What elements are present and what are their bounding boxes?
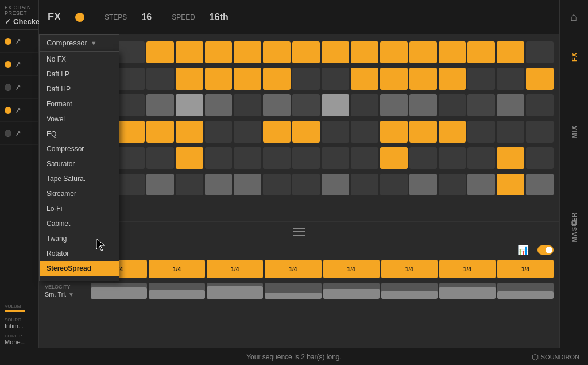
- cell[interactable]: [467, 147, 495, 169]
- cell[interactable]: [234, 94, 261, 116]
- cell[interactable]: [439, 41, 466, 63]
- seq-cell[interactable]: 1/4: [439, 260, 496, 278]
- cell[interactable]: [263, 68, 291, 90]
- cell[interactable]: [439, 68, 466, 90]
- cell[interactable]: [117, 121, 145, 143]
- cell[interactable]: [117, 68, 145, 90]
- cell[interactable]: [117, 41, 145, 63]
- cell[interactable]: [292, 174, 320, 195]
- seq-cell[interactable]: 1/4: [207, 260, 263, 278]
- cell[interactable]: [380, 174, 408, 195]
- cell[interactable]: [263, 41, 291, 63]
- tab-master[interactable]: ⚙ MASTER ⚙: [560, 201, 588, 247]
- cell[interactable]: [146, 68, 174, 90]
- dropdown-item-saturator[interactable]: Saturator: [40, 156, 119, 171]
- cell[interactable]: [380, 68, 408, 90]
- cell[interactable]: [380, 94, 408, 116]
- dropdown-item-twang[interactable]: Twang: [40, 231, 119, 246]
- cell[interactable]: [409, 41, 437, 63]
- cell[interactable]: [409, 174, 437, 195]
- cell[interactable]: [439, 174, 466, 195]
- cell[interactable]: [176, 121, 203, 143]
- cell[interactable]: [205, 68, 233, 90]
- dropdown-item-formant[interactable]: Formant: [40, 97, 119, 112]
- hamburger-menu[interactable]: [293, 228, 305, 236]
- dropdown-item-delay[interactable]: Delay: [40, 276, 119, 281]
- home-button[interactable]: ⌂: [559, 0, 588, 34]
- cell[interactable]: [497, 94, 524, 116]
- seq-cell[interactable]: 1/4: [381, 260, 438, 278]
- cell[interactable]: [322, 121, 349, 143]
- tab-fx[interactable]: FX: [560, 34, 588, 80]
- vel-cell-5[interactable]: [323, 283, 380, 299]
- cell[interactable]: [439, 121, 466, 143]
- cell[interactable]: [205, 41, 233, 63]
- cell[interactable]: [263, 94, 291, 116]
- cell[interactable]: [292, 41, 320, 63]
- cell[interactable]: [380, 41, 408, 63]
- cell[interactable]: [467, 121, 495, 143]
- cell[interactable]: [117, 94, 145, 116]
- cell[interactable]: [467, 41, 495, 63]
- vel-cell-3[interactable]: [207, 283, 263, 299]
- cell[interactable]: [497, 147, 524, 169]
- cell[interactable]: [234, 174, 261, 195]
- cell[interactable]: [439, 94, 466, 116]
- cell[interactable]: [234, 121, 261, 143]
- cell[interactable]: [497, 121, 524, 143]
- cell[interactable]: [322, 41, 349, 63]
- cell[interactable]: [205, 147, 233, 169]
- cell[interactable]: [351, 94, 378, 116]
- cell[interactable]: [176, 94, 203, 116]
- cell[interactable]: [146, 147, 174, 169]
- cell[interactable]: [351, 174, 378, 195]
- cell[interactable]: [526, 147, 554, 169]
- dropdown-item-rotator[interactable]: Rotator: [40, 246, 119, 261]
- cell[interactable]: [526, 68, 554, 90]
- dropdown-item-daft-hp[interactable]: Daft HP: [40, 82, 119, 97]
- channel-expand-5[interactable]: ↗: [15, 129, 21, 137]
- cell[interactable]: [205, 121, 233, 143]
- dropdown-item-no-fx[interactable]: No FX: [40, 52, 119, 67]
- cell[interactable]: [176, 68, 203, 90]
- cell[interactable]: [234, 68, 261, 90]
- cell[interactable]: [409, 94, 437, 116]
- cell[interactable]: [322, 94, 349, 116]
- dropdown-item-daft-lp[interactable]: Daft LP: [40, 67, 119, 82]
- cell[interactable]: [146, 41, 174, 63]
- cell[interactable]: [351, 121, 378, 143]
- cell[interactable]: [176, 147, 203, 169]
- dropdown-item-tape-satura[interactable]: Tape Satura.: [40, 171, 119, 186]
- cell[interactable]: [322, 174, 349, 195]
- cell[interactable]: [439, 147, 466, 169]
- cell[interactable]: [263, 147, 291, 169]
- cell[interactable]: [497, 41, 524, 63]
- cell[interactable]: [409, 121, 437, 143]
- cell[interactable]: [497, 174, 524, 195]
- vel-cell-7[interactable]: [439, 283, 496, 299]
- cell[interactable]: [322, 147, 349, 169]
- seq-cell[interactable]: 1/4: [149, 260, 205, 278]
- dropdown-item-lo-fi[interactable]: Lo-Fi: [40, 201, 119, 216]
- cell[interactable]: [351, 41, 378, 63]
- cell[interactable]: [205, 174, 233, 195]
- cell[interactable]: [234, 41, 261, 63]
- fx-active-dot[interactable]: [75, 13, 84, 22]
- cell[interactable]: [263, 174, 291, 195]
- cell[interactable]: [351, 68, 378, 90]
- cell[interactable]: [526, 174, 554, 195]
- cell[interactable]: [380, 121, 408, 143]
- cell[interactable]: [292, 94, 320, 116]
- cell[interactable]: [146, 94, 174, 116]
- cell[interactable]: [292, 68, 320, 90]
- cell[interactable]: [117, 147, 145, 169]
- vel-cell-2[interactable]: [149, 283, 205, 299]
- cell[interactable]: [467, 68, 495, 90]
- tab-mix[interactable]: MIX: [560, 109, 588, 155]
- cell[interactable]: [292, 121, 320, 143]
- channel-expand-3[interactable]: ↗: [15, 83, 21, 91]
- chart-icon[interactable]: 📊: [517, 244, 529, 255]
- seq-cell[interactable]: 1/4: [265, 260, 321, 278]
- cell[interactable]: [526, 121, 554, 143]
- cell[interactable]: [176, 174, 203, 195]
